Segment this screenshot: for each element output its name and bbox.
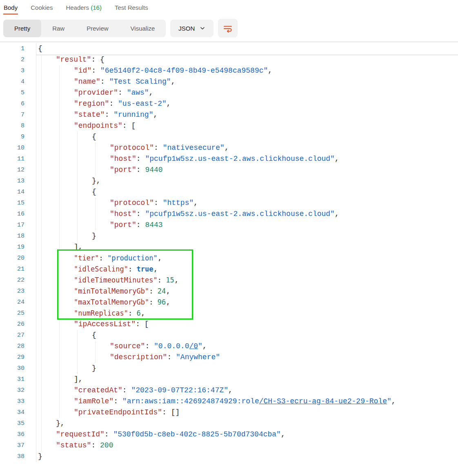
code-token: : (99, 254, 107, 262)
code-line: 4"name": "Test Scaling", (0, 76, 458, 87)
code-token: } (92, 232, 96, 240)
detected-link[interactable]: /CH-S3-ecru-ag-84-ue2-29-Role (259, 397, 387, 405)
indent-guide (77, 363, 78, 374)
code-token: "https" (163, 199, 194, 207)
view-preview-button[interactable]: Preview (76, 20, 119, 37)
indent-guide (59, 275, 60, 286)
code-token: "0.0.0.0 (154, 342, 189, 350)
code-line: 25"numReplicas": 6, (0, 308, 458, 319)
indent-guide (59, 76, 60, 87)
code-token: , (149, 89, 153, 97)
view-visualize-button[interactable]: Visualize (120, 20, 166, 37)
line-number: 33 (0, 396, 24, 407)
indent-guide (41, 153, 42, 165)
headers-count-badge: (16) (91, 4, 102, 11)
indent-guide (59, 253, 60, 264)
indent-guide (59, 153, 60, 165)
line-number: 28 (0, 341, 24, 352)
indent-guide (77, 231, 78, 242)
code-token: 8443 (145, 221, 162, 229)
line-number: 24 (0, 297, 24, 308)
code-token: "privateEndpointIds" (74, 408, 162, 416)
format-select[interactable]: JSON (170, 20, 213, 37)
indent-guide (41, 187, 42, 198)
indent-guide (41, 76, 42, 87)
indent-guide (59, 319, 60, 330)
line-number: 4 (0, 76, 24, 87)
code-token: "production" (107, 254, 158, 262)
indent-guide (41, 120, 42, 131)
code-token: "ipAccessList" (74, 320, 136, 328)
code-line: 37"status": 200 (0, 440, 458, 451)
indent-guide (41, 54, 42, 65)
tab-test-results[interactable]: Test Results (114, 3, 149, 15)
code-token: " (198, 342, 202, 350)
indent-guide (41, 396, 42, 407)
code-editor-lines: 1{2"result": {3"id": "6e5140f2-04c8-4f09… (0, 43, 458, 462)
code-token: "port" (110, 221, 136, 229)
response-tabs: Body Cookies Headers (16) Test Results (0, 0, 458, 15)
line-number: 35 (0, 418, 24, 429)
line-number: 5 (0, 87, 24, 98)
indent-guide (59, 374, 60, 385)
indent-guide (77, 209, 78, 220)
line-number: 23 (0, 286, 24, 297)
line-number: 20 (0, 253, 24, 264)
view-pretty-button[interactable]: Pretty (3, 20, 41, 37)
indent-guide (41, 385, 42, 396)
indent-guide (41, 87, 42, 98)
indent-guide (41, 319, 42, 330)
code-token: , (153, 111, 158, 119)
code-token: "Anywhere" (176, 353, 220, 361)
indent-guide (41, 109, 42, 120)
code-token: "description" (110, 353, 167, 361)
indent-guide (59, 407, 60, 418)
code-token: "createdAt" (74, 386, 122, 394)
line-number: 25 (0, 308, 24, 319)
wrap-text-button[interactable] (218, 19, 238, 38)
tab-cookies[interactable]: Cookies (30, 3, 53, 15)
detected-link[interactable]: /0 (189, 342, 198, 350)
code-line: 10"protocol": "nativesecure", (0, 142, 458, 153)
line-number: 15 (0, 198, 24, 209)
line-number: 38 (0, 451, 24, 462)
code-token: , (268, 67, 272, 75)
code-token: "provider" (74, 89, 118, 97)
indent-guide (77, 187, 78, 198)
line-number: 9 (0, 131, 24, 142)
code-token: "state" (74, 111, 105, 119)
line-number: 26 (0, 319, 24, 330)
tab-body[interactable]: Body (3, 3, 18, 15)
code-line: 12"port": 9440 (0, 165, 458, 176)
code-token: "id" (74, 67, 91, 75)
code-token: "Test Scaling" (109, 78, 171, 86)
code-token: : (128, 309, 136, 317)
code-token: , (335, 155, 339, 163)
code-token: "name" (74, 78, 100, 86)
code-line: 38} (0, 451, 458, 462)
code-token: : (149, 298, 157, 306)
code-line: 16"host": "pcufp1w5sz.us-east-2.aws.clic… (0, 209, 458, 220)
indent-guide (59, 209, 60, 220)
code-token: }, (92, 177, 101, 185)
code-line: 13}, (0, 176, 458, 187)
tab-headers[interactable]: Headers (16) (65, 3, 102, 15)
code-token: , (281, 430, 285, 438)
tab-headers-label: Headers (66, 4, 89, 11)
line-number: 17 (0, 220, 24, 231)
line-number: 18 (0, 231, 24, 242)
code-token: "source" (110, 342, 145, 350)
code-token: "protocol" (110, 144, 154, 152)
indent-guide (77, 352, 78, 363)
indent-guide (59, 308, 60, 319)
indent-guide (41, 165, 42, 176)
line-number: 37 (0, 440, 24, 451)
code-token: } (38, 452, 42, 460)
line-number: 10 (0, 142, 24, 153)
indent-guide (41, 65, 42, 76)
code-token: "running" (113, 111, 153, 119)
indent-guide (59, 385, 60, 396)
code-token: : (136, 221, 145, 229)
view-raw-button[interactable]: Raw (41, 20, 76, 37)
code-token: , (171, 78, 176, 86)
